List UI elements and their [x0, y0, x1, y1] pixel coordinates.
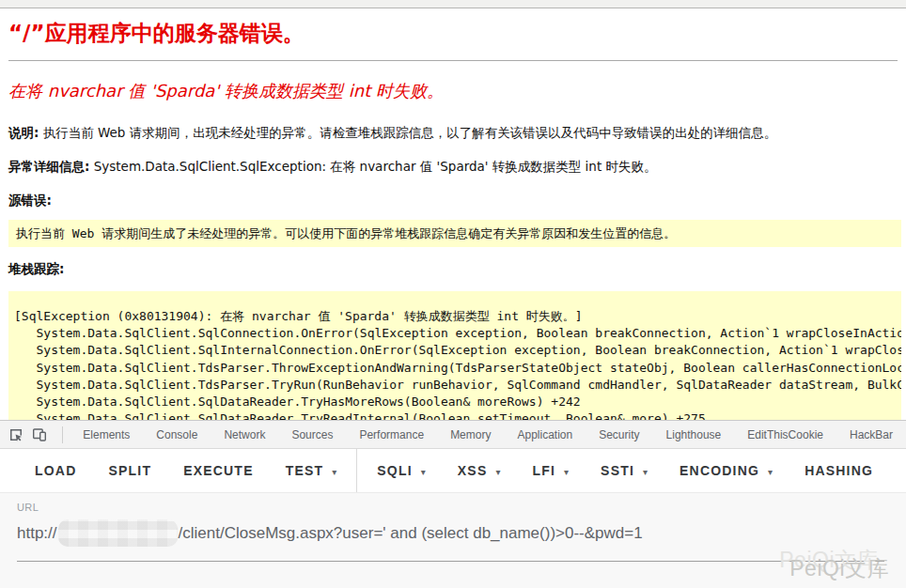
tab-network[interactable]: Network [211, 421, 278, 449]
hackbar-toolbar: LOAD SPLIT EXECUTE TEST▾ SQLI▾ XSS▾ LFI▾… [0, 449, 906, 493]
chevron-down-icon: ▾ [564, 467, 569, 477]
device-toolbar-glyph [32, 427, 47, 442]
hashing-menu-button[interactable]: HASHING [804, 463, 873, 478]
stack-trace-line: System.Data.SqlClient.SqlInternalConnect… [14, 342, 896, 359]
exception-details-label: 异常详细信息: [8, 159, 89, 174]
stack-trace-line: System.Data.SqlClient.SqlDataReader.TryH… [14, 394, 896, 410]
redacted-host-blur [58, 519, 178, 547]
tab-memory[interactable]: Memory [437, 421, 504, 449]
hackbar-url-panel: URL http:///client/CloseMsg.aspx?user=' … [0, 493, 906, 588]
description-paragraph: 说明: 执行当前 Web 请求期间，出现未经处理的异常。请检查堆栈跟踪信息，以了… [8, 125, 898, 141]
stack-trace-line: System.Data.SqlClient.SqlDataReader.TryR… [14, 410, 896, 420]
inspect-element-icon[interactable] [8, 424, 25, 446]
url-input[interactable]: http:///client/CloseMsg.aspx?user=' and … [17, 519, 906, 547]
stack-trace-line: [SqlException (0x80131904): 在将 nvarchar … [14, 308, 896, 325]
execute-button[interactable]: EXECUTE [183, 463, 254, 478]
devtools-panel: Elements Console Network Sources Perform… [0, 420, 906, 588]
url-prefix-text: http:// [17, 524, 57, 543]
stack-trace-line: System.Data.SqlClient.TdsParser.TryRun(R… [14, 377, 896, 394]
tab-lighthouse[interactable]: Lighthouse [653, 421, 735, 449]
hackbar-separator [356, 449, 357, 493]
chevron-down-icon: ▾ [421, 467, 426, 477]
watermark-text: PeiQi文库 [789, 554, 889, 583]
xss-menu-button[interactable]: XSS▾ [458, 463, 501, 478]
stack-trace-line: System.Data.SqlClient.SqlConnection.OnEr… [14, 325, 896, 342]
source-error-heading: 源错误: [8, 193, 898, 209]
divider [8, 60, 898, 61]
url-suffix-text: /client/CloseMsg.aspx?user=' and (select… [179, 524, 643, 543]
chevron-down-icon: ▾ [332, 467, 336, 477]
exception-details-text: System.Data.SqlClient.SqlException: 在将 n… [89, 159, 656, 174]
encoding-menu-button[interactable]: ENCODING▾ [680, 463, 773, 478]
tab-security[interactable]: Security [586, 421, 652, 449]
tab-console[interactable]: Console [143, 421, 211, 449]
toolbar-separator [62, 426, 63, 443]
stack-trace-heading: 堆栈跟踪: [8, 261, 898, 277]
stack-trace-line: System.Data.SqlClient.TdsParser.ThrowExc… [14, 360, 896, 377]
chevron-down-icon: ▾ [768, 467, 773, 477]
exception-message: 在将 nvarchar 值 'Sparda' 转换成数据类型 int 时失败。 [8, 81, 898, 101]
description-text: 执行当前 Web 请求期间，出现未经处理的异常。请检查堆栈跟踪信息，以了解有关该… [39, 125, 776, 140]
stack-trace-box: [SqlException (0x80131904): 在将 nvarchar … [8, 291, 901, 420]
tab-sources[interactable]: Sources [278, 421, 346, 449]
lfi-menu-button[interactable]: LFI▾ [532, 463, 569, 478]
tab-elements[interactable]: Elements [70, 421, 143, 449]
chevron-down-icon: ▾ [495, 467, 500, 477]
ssti-menu-button[interactable]: SSTI▾ [601, 463, 648, 478]
tab-performance[interactable]: Performance [346, 421, 437, 449]
chevron-down-icon: ▾ [643, 467, 648, 477]
inspect-element-glyph [8, 427, 23, 442]
description-label: 说明: [8, 125, 39, 140]
input-underline [17, 561, 884, 562]
devtools-tab-bar: Elements Console Network Sources Perform… [0, 421, 906, 449]
load-button[interactable]: LOAD [35, 463, 76, 478]
exception-details-paragraph: 异常详细信息: System.Data.SqlClient.SqlExcepti… [8, 159, 898, 175]
page-title: “/”应用程序中的服务器错误。 [8, 20, 898, 46]
tab-editthiscookie[interactable]: EditThisCookie [734, 421, 836, 449]
source-error-box: 执行当前 Web 请求期间生成了未经处理的异常。可以使用下面的异常堆栈跟踪信息确… [8, 220, 901, 247]
device-toolbar-icon[interactable] [31, 424, 49, 446]
browser-chrome-edge [0, 0, 906, 8]
sqli-menu-button[interactable]: SQLI▾ [377, 463, 426, 478]
url-field-label: URL [17, 502, 906, 513]
tab-hackbar[interactable]: HackBar [836, 421, 906, 449]
split-button[interactable]: SPLIT [108, 463, 151, 478]
aspnet-error-page: “/”应用程序中的服务器错误。 在将 nvarchar 值 'Sparda' 转… [0, 9, 906, 420]
test-menu-button[interactable]: TEST▾ [286, 463, 337, 478]
tab-application[interactable]: Application [504, 421, 586, 449]
